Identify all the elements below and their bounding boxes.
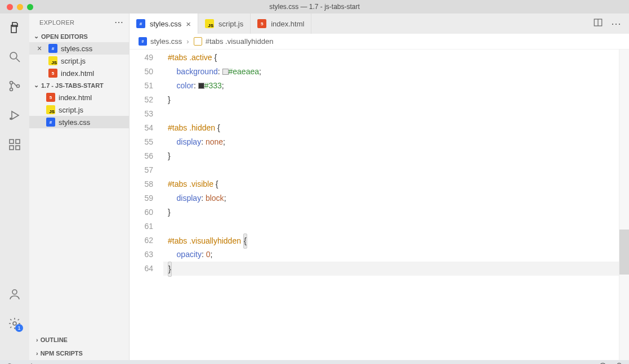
code-editor[interactable]: 49505152535455565758596061626364 #tabs .… [130, 50, 629, 360]
chevron-right-icon: › [36, 350, 38, 357]
sidebar-more-icon[interactable]: ⋯ [114, 20, 123, 25]
editor-group: #styles.css×JSscript.js5index.html ⋯ # s… [130, 14, 629, 360]
split-editor-icon[interactable] [593, 17, 603, 30]
html-file-icon: 5 [46, 93, 55, 102]
html-file-icon: 5 [48, 69, 57, 78]
css-file-icon: # [136, 19, 145, 28]
open-editor-item[interactable]: 5index.html [29, 67, 129, 79]
file-name: styles.css [61, 44, 92, 53]
close-window-button[interactable] [7, 4, 13, 10]
settings-icon[interactable]: 1 [7, 316, 22, 331]
open-editor-item[interactable]: JSscript.js [29, 55, 129, 67]
outline-section[interactable]: › OUTLINE [29, 333, 129, 347]
open-editors-section[interactable]: ⌄ OPEN EDITORS [29, 30, 129, 42]
editor-tab[interactable]: #styles.css× [130, 14, 198, 34]
settings-badge: 1 [15, 324, 23, 332]
sidebar-header: EXPLORER ⋯ [29, 14, 129, 30]
svg-rect-10 [16, 140, 20, 143]
search-icon[interactable] [7, 50, 22, 64]
chevron-down-icon: ⌄ [34, 82, 39, 89]
chevron-right-icon: › [186, 37, 189, 46]
svg-point-4 [17, 85, 20, 88]
npm-scripts-section[interactable]: › NPM SCRIPTS [29, 347, 129, 360]
js-file-icon: JS [46, 105, 55, 114]
svg-rect-9 [16, 146, 20, 150]
line-gutter: 49505152535455565758596061626364 [130, 50, 163, 360]
css-file-icon: # [48, 44, 57, 53]
html-file-icon: 5 [257, 19, 266, 28]
breadcrumb[interactable]: # styles.css › #tabs .visuallyhidden [130, 34, 629, 50]
file-item[interactable]: JSscript.js [29, 104, 129, 116]
editor-tab[interactable]: JSscript.js [198, 14, 251, 34]
minimize-window-button[interactable] [17, 4, 23, 10]
css-file-icon: # [139, 37, 147, 46]
close-icon[interactable]: × [37, 44, 45, 53]
explorer-icon[interactable] [7, 20, 22, 35]
chevron-down-icon: ⌄ [34, 33, 39, 40]
tab-label: index.html [271, 20, 304, 28]
window-title: styles.css — 1.7 - js-tabs-start [269, 3, 360, 11]
css-file-icon: # [46, 118, 55, 127]
svg-point-0 [10, 52, 17, 59]
file-name: script.js [59, 106, 83, 114]
chevron-right-icon: › [36, 336, 38, 343]
source-control-icon[interactable] [7, 79, 22, 93]
editor-tab[interactable]: 5index.html [251, 14, 311, 34]
svg-point-6 [10, 118, 12, 120]
tab-label: styles.css [150, 20, 181, 28]
svg-point-3 [10, 88, 13, 91]
file-name: script.js [61, 57, 86, 65]
minimap[interactable] [619, 50, 629, 360]
svg-point-11 [12, 290, 17, 294]
status-bar: 0 0 Ln 64, Col 2 Tab Size: 4 UTF-8 LF CS… [0, 360, 629, 364]
close-icon[interactable]: × [186, 19, 191, 29]
svg-rect-7 [10, 140, 14, 143]
titlebar: styles.css — 1.7 - js-tabs-start [0, 0, 629, 14]
sidebar: EXPLORER ⋯ ⌄ OPEN EDITORS ×#styles.cssJS… [29, 14, 130, 360]
file-name: index.html [59, 93, 92, 102]
maximize-window-button[interactable] [27, 4, 33, 10]
js-file-icon: JS [48, 56, 57, 65]
file-item[interactable]: #styles.css [29, 116, 129, 128]
css-selector-icon [194, 37, 202, 46]
sidebar-title: EXPLORER [39, 19, 74, 26]
svg-rect-8 [10, 146, 14, 150]
svg-line-1 [16, 59, 20, 62]
accounts-icon[interactable] [7, 287, 22, 302]
project-section[interactable]: ⌄ 1.7 - JS-TABS-START [29, 79, 129, 91]
svg-marker-5 [12, 111, 19, 119]
svg-point-2 [10, 82, 13, 84]
file-item[interactable]: 5index.html [29, 91, 129, 104]
tab-bar: #styles.css×JSscript.js5index.html ⋯ [130, 14, 629, 34]
editor-more-icon[interactable]: ⋯ [611, 17, 621, 30]
js-file-icon: JS [205, 19, 214, 28]
breadcrumb-symbol: #tabs .visuallyhidden [206, 37, 274, 46]
extensions-icon[interactable] [7, 137, 22, 152]
feedback-icon[interactable] [599, 362, 607, 365]
run-debug-icon[interactable] [7, 108, 22, 123]
breadcrumb-file: styles.css [150, 37, 182, 46]
activity-bar: 1 [0, 14, 29, 360]
file-name: index.html [61, 69, 94, 78]
file-name: styles.css [59, 118, 90, 127]
minimap-slider[interactable] [619, 230, 629, 275]
open-editor-item[interactable]: ×#styles.css [29, 42, 129, 55]
code-content[interactable]: #tabs .active { background: #eaeaea; col… [163, 50, 619, 360]
notifications-icon[interactable] [615, 362, 623, 365]
window-controls [0, 4, 33, 10]
tab-label: script.js [218, 20, 243, 28]
